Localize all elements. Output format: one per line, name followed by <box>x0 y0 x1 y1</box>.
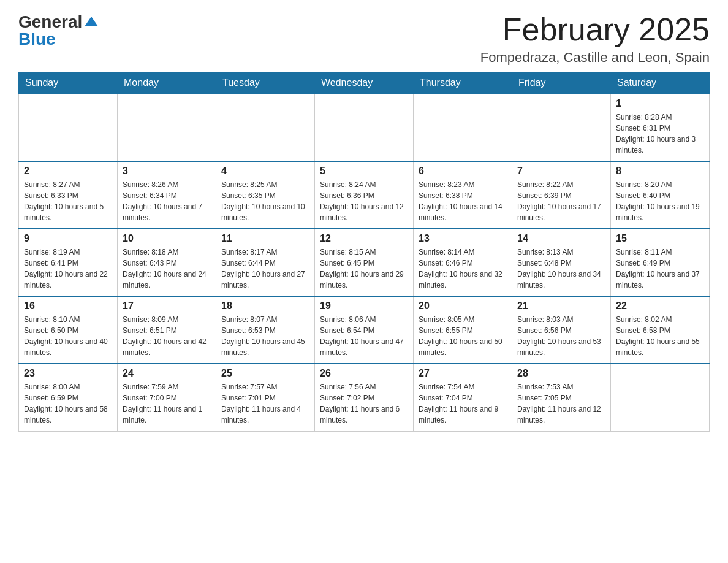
day-info: Sunrise: 7:54 AMSunset: 7:04 PMDaylight:… <box>419 381 507 426</box>
calendar-cell: 14Sunrise: 8:13 AMSunset: 6:48 PMDayligh… <box>512 229 611 296</box>
calendar-cell: 23Sunrise: 8:00 AMSunset: 6:59 PMDayligh… <box>19 364 118 431</box>
day-info: Sunrise: 8:17 AMSunset: 6:44 PMDaylight:… <box>221 247 309 291</box>
day-info: Sunrise: 8:23 AMSunset: 6:38 PMDaylight:… <box>419 179 507 223</box>
calendar-cell: 9Sunrise: 8:19 AMSunset: 6:41 PMDaylight… <box>19 229 118 296</box>
calendar-cell: 1Sunrise: 8:28 AMSunset: 6:31 PMDaylight… <box>611 94 710 161</box>
day-number: 24 <box>123 368 211 379</box>
day-number: 15 <box>616 233 704 244</box>
day-info: Sunrise: 7:57 AMSunset: 7:01 PMDaylight:… <box>221 381 309 426</box>
day-number: 10 <box>123 233 211 244</box>
calendar-cell: 12Sunrise: 8:15 AMSunset: 6:45 PMDayligh… <box>315 229 414 296</box>
day-number: 13 <box>419 233 507 244</box>
day-info: Sunrise: 8:20 AMSunset: 6:40 PMDaylight:… <box>616 179 704 223</box>
day-number: 23 <box>24 368 112 379</box>
day-number: 1 <box>616 98 704 109</box>
calendar-cell: 26Sunrise: 7:56 AMSunset: 7:02 PMDayligh… <box>315 364 414 431</box>
day-info: Sunrise: 8:19 AMSunset: 6:41 PMDaylight:… <box>24 247 112 291</box>
day-number: 2 <box>24 166 112 177</box>
day-number: 27 <box>419 368 507 379</box>
calendar-cell: 2Sunrise: 8:27 AMSunset: 6:33 PMDaylight… <box>19 161 118 229</box>
calendar-cell: 18Sunrise: 8:07 AMSunset: 6:53 PMDayligh… <box>216 296 315 364</box>
calendar-cell: 19Sunrise: 8:06 AMSunset: 6:54 PMDayligh… <box>315 296 414 364</box>
day-number: 20 <box>419 301 507 312</box>
calendar-cell: 13Sunrise: 8:14 AMSunset: 6:46 PMDayligh… <box>414 229 512 296</box>
day-number: 18 <box>221 301 309 312</box>
day-info: Sunrise: 8:09 AMSunset: 6:51 PMDaylight:… <box>123 314 211 358</box>
page-header: General Blue February 2025 Fompedraza, C… <box>18 12 710 66</box>
calendar-cell: 8Sunrise: 8:20 AMSunset: 6:40 PMDaylight… <box>611 161 710 229</box>
day-info: Sunrise: 7:59 AMSunset: 7:00 PMDaylight:… <box>123 381 211 426</box>
day-number: 26 <box>320 368 408 379</box>
day-number: 16 <box>24 301 112 312</box>
calendar-week-2: 2Sunrise: 8:27 AMSunset: 6:33 PMDaylight… <box>19 161 710 229</box>
weekday-header-tuesday: Tuesday <box>216 72 315 94</box>
weekday-header-wednesday: Wednesday <box>315 72 414 94</box>
weekday-header-monday: Monday <box>118 72 216 94</box>
logo-triangle-icon <box>85 17 98 29</box>
calendar-week-3: 9Sunrise: 8:19 AMSunset: 6:41 PMDaylight… <box>19 229 710 296</box>
day-info: Sunrise: 8:11 AMSunset: 6:49 PMDaylight:… <box>616 247 704 291</box>
calendar-cell: 3Sunrise: 8:26 AMSunset: 6:34 PMDaylight… <box>118 161 216 229</box>
day-number: 11 <box>221 233 309 244</box>
day-info: Sunrise: 8:10 AMSunset: 6:50 PMDaylight:… <box>24 314 112 358</box>
calendar-header-row: SundayMondayTuesdayWednesdayThursdayFrid… <box>19 72 710 94</box>
day-info: Sunrise: 8:25 AMSunset: 6:35 PMDaylight:… <box>221 179 309 223</box>
weekday-header-sunday: Sunday <box>19 72 118 94</box>
weekday-header-thursday: Thursday <box>414 72 512 94</box>
logo-blue-text: Blue <box>18 29 56 49</box>
calendar-cell: 5Sunrise: 8:24 AMSunset: 6:36 PMDaylight… <box>315 161 414 229</box>
day-number: 25 <box>221 368 309 379</box>
logo: General Blue <box>18 12 98 49</box>
day-number: 8 <box>616 166 704 177</box>
day-number: 21 <box>517 301 605 312</box>
calendar-table: SundayMondayTuesdayWednesdayThursdayFrid… <box>18 72 710 432</box>
day-info: Sunrise: 8:13 AMSunset: 6:48 PMDaylight:… <box>517 247 605 291</box>
calendar-cell <box>315 94 414 161</box>
day-info: Sunrise: 8:28 AMSunset: 6:31 PMDaylight:… <box>616 112 704 156</box>
day-number: 9 <box>24 233 112 244</box>
calendar-week-1: 1Sunrise: 8:28 AMSunset: 6:31 PMDaylight… <box>19 94 710 161</box>
day-info: Sunrise: 7:56 AMSunset: 7:02 PMDaylight:… <box>320 381 408 426</box>
day-number: 6 <box>419 166 507 177</box>
calendar-cell <box>512 94 611 161</box>
location-title: Fompedraza, Castille and Leon, Spain <box>480 50 710 66</box>
calendar-week-5: 23Sunrise: 8:00 AMSunset: 6:59 PMDayligh… <box>19 364 710 431</box>
calendar-cell: 11Sunrise: 8:17 AMSunset: 6:44 PMDayligh… <box>216 229 315 296</box>
day-info: Sunrise: 8:00 AMSunset: 6:59 PMDaylight:… <box>24 381 112 426</box>
day-info: Sunrise: 8:24 AMSunset: 6:36 PMDaylight:… <box>320 179 408 223</box>
calendar-cell: 6Sunrise: 8:23 AMSunset: 6:38 PMDaylight… <box>414 161 512 229</box>
month-title: February 2025 <box>480 12 710 47</box>
calendar-cell <box>19 94 118 161</box>
calendar-cell: 4Sunrise: 8:25 AMSunset: 6:35 PMDaylight… <box>216 161 315 229</box>
weekday-header-friday: Friday <box>512 72 611 94</box>
calendar-cell <box>216 94 315 161</box>
calendar-cell: 17Sunrise: 8:09 AMSunset: 6:51 PMDayligh… <box>118 296 216 364</box>
day-number: 12 <box>320 233 408 244</box>
calendar-cell: 7Sunrise: 8:22 AMSunset: 6:39 PMDaylight… <box>512 161 611 229</box>
calendar-cell: 16Sunrise: 8:10 AMSunset: 6:50 PMDayligh… <box>19 296 118 364</box>
calendar-cell: 22Sunrise: 8:02 AMSunset: 6:58 PMDayligh… <box>611 296 710 364</box>
day-info: Sunrise: 8:03 AMSunset: 6:56 PMDaylight:… <box>517 314 605 358</box>
day-info: Sunrise: 8:05 AMSunset: 6:55 PMDaylight:… <box>419 314 507 358</box>
day-number: 3 <box>123 166 211 177</box>
day-info: Sunrise: 8:14 AMSunset: 6:46 PMDaylight:… <box>419 247 507 291</box>
day-number: 17 <box>123 301 211 312</box>
day-number: 14 <box>517 233 605 244</box>
calendar-cell: 25Sunrise: 7:57 AMSunset: 7:01 PMDayligh… <box>216 364 315 431</box>
day-info: Sunrise: 8:02 AMSunset: 6:58 PMDaylight:… <box>616 314 704 358</box>
day-number: 5 <box>320 166 408 177</box>
calendar-week-4: 16Sunrise: 8:10 AMSunset: 6:50 PMDayligh… <box>19 296 710 364</box>
day-info: Sunrise: 8:06 AMSunset: 6:54 PMDaylight:… <box>320 314 408 358</box>
day-info: Sunrise: 8:18 AMSunset: 6:43 PMDaylight:… <box>123 247 211 291</box>
calendar-cell: 21Sunrise: 8:03 AMSunset: 6:56 PMDayligh… <box>512 296 611 364</box>
calendar-cell <box>118 94 216 161</box>
title-section: February 2025 Fompedraza, Castille and L… <box>480 12 710 66</box>
day-number: 28 <box>517 368 605 379</box>
day-number: 22 <box>616 301 704 312</box>
day-info: Sunrise: 8:26 AMSunset: 6:34 PMDaylight:… <box>123 179 211 223</box>
calendar-cell: 10Sunrise: 8:18 AMSunset: 6:43 PMDayligh… <box>118 229 216 296</box>
calendar-cell: 15Sunrise: 8:11 AMSunset: 6:49 PMDayligh… <box>611 229 710 296</box>
day-info: Sunrise: 8:22 AMSunset: 6:39 PMDaylight:… <box>517 179 605 223</box>
svg-marker-0 <box>85 17 98 26</box>
calendar-cell: 24Sunrise: 7:59 AMSunset: 7:00 PMDayligh… <box>118 364 216 431</box>
